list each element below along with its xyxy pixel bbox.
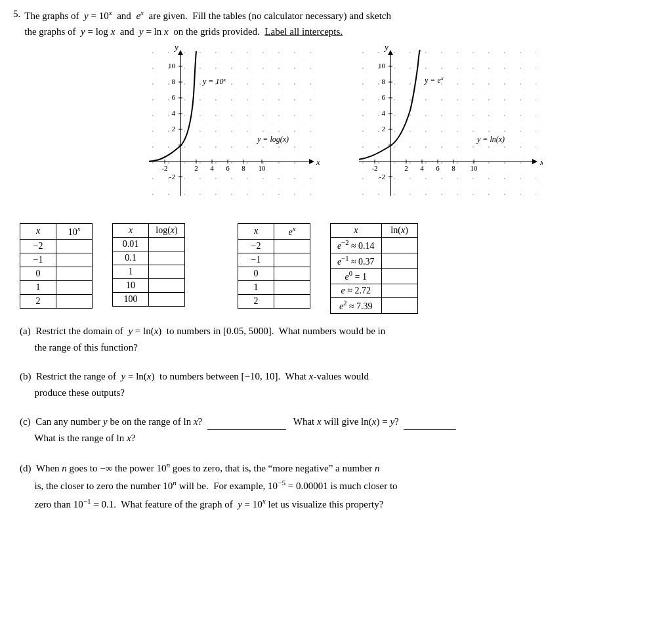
problem-header: 5. The graphs of y = 10x and ex are give…: [13, 7, 659, 39]
table2-col2-header: log(x): [149, 224, 185, 238]
table-row: 0: [238, 267, 310, 280]
svg-text:10: 10: [378, 62, 386, 70]
table-row: 0: [20, 267, 93, 280]
table-row: 2: [20, 294, 93, 308]
problem-number: 5.: [13, 7, 20, 39]
svg-text:6: 6: [436, 164, 440, 172]
table-row: e0 = 1: [331, 269, 418, 284]
table-row: −1: [20, 253, 93, 267]
svg-text:4: 4: [210, 164, 214, 172]
svg-text:-2: -2: [371, 164, 377, 172]
svg-rect-32: [359, 51, 536, 196]
table-lnx: x ln(x) e−2 ≈ 0.14 e−1 ≈ 0.37 e0 = 1: [330, 223, 418, 314]
table2-col1-header: x: [113, 224, 149, 238]
svg-text:6: 6: [172, 93, 176, 101]
svg-text:8: 8: [452, 164, 455, 172]
svg-text:4: 4: [420, 164, 424, 172]
svg-text:10: 10: [259, 164, 266, 172]
part-b-text: (b) Restrict the range of y = ln(x) to n…: [20, 371, 369, 399]
table1-col2-header: 10x: [56, 224, 93, 240]
table-row: 1: [20, 280, 93, 294]
table4-col2-header: ln(x): [381, 224, 417, 238]
table-row: 100: [113, 293, 185, 307]
graph2-y-label: y: [383, 45, 388, 52]
table-row: 2: [238, 294, 310, 308]
svg-text:10: 10: [471, 164, 478, 172]
svg-text:4: 4: [382, 109, 386, 117]
svg-text:6: 6: [382, 93, 386, 101]
table1-col1-header: x: [20, 224, 56, 240]
graph1-y-arrow-label: y: [173, 45, 178, 52]
table-row: 1: [238, 280, 310, 294]
table-row: 10: [113, 279, 185, 293]
svg-text:6: 6: [226, 164, 230, 172]
table4-col1-header: x: [331, 224, 382, 238]
tables-row: x 10x −2 −1 0 1: [13, 223, 659, 314]
table-row: −2: [238, 239, 310, 253]
table-row: e ≈ 2.72: [331, 284, 418, 297]
graph1-x-arrow-label: x: [316, 157, 320, 167]
graph1-container: y x 10 8 6 4 2 -2 2 4 6 8 10: [129, 45, 320, 215]
part-c: (c) Can any number y be on the range of …: [20, 414, 659, 447]
graph2-svg: y x 10 8 6 4 2 -2 2 4 6 8 10 -2: [339, 45, 543, 215]
svg-text:8: 8: [242, 164, 245, 172]
part-c-text: (c) Can any number y be on the range of …: [20, 416, 456, 444]
table-row: −2: [20, 239, 93, 253]
graph2-ln-label: y = ln(x): [476, 135, 505, 144]
part-b: (b) Restrict the range of y = ln(x) to n…: [20, 368, 659, 402]
part-d: (d) When n goes to −∞ the power 10n goes…: [20, 459, 659, 513]
table-ex: x ex −2 −1 0 1: [238, 223, 310, 309]
table-row: e−2 ≈ 0.14: [331, 238, 418, 253]
table-row: 0.01: [113, 238, 185, 251]
svg-text:-2: -2: [169, 173, 175, 181]
graph1-log-label: y = log(x): [257, 135, 289, 144]
table-row: e2 ≈ 7.39: [331, 297, 418, 313]
part-a: (a) Restrict the domain of y = ln(x) to …: [20, 323, 659, 357]
part-d-text: (d) When n goes to −∞ the power 10n goes…: [20, 463, 398, 510]
svg-text:-2: -2: [161, 164, 167, 172]
svg-text:2: 2: [382, 125, 386, 133]
header-text: The graphs of y = 10x and ex are given. …: [24, 7, 391, 39]
graph2-x-label: x: [539, 157, 543, 167]
parts-section: (a) Restrict the domain of y = ln(x) to …: [13, 323, 659, 513]
table3-col2-header: ex: [274, 224, 310, 240]
table-row: 1: [113, 265, 185, 279]
svg-text:2: 2: [172, 125, 176, 133]
svg-text:8: 8: [172, 77, 176, 85]
graph1-svg: y x 10 8 6 4 2 -2 2 4 6 8 10: [129, 45, 320, 215]
table3-col1-header: x: [238, 224, 274, 240]
svg-text:2: 2: [194, 164, 198, 172]
graphs-row: y x 10 8 6 4 2 -2 2 4 6 8 10: [13, 45, 659, 215]
svg-text:4: 4: [172, 109, 176, 117]
table-pair-left: x 10x −2 −1 0 1: [20, 223, 185, 314]
graph1-curve-label: y = 10x: [202, 76, 226, 86]
table-row: e−1 ≈ 0.37: [331, 253, 418, 269]
graph2-container: y x 10 8 6 4 2 -2 2 4 6 8 10 -2: [339, 45, 543, 215]
svg-text:10: 10: [168, 62, 176, 70]
svg-text:2: 2: [404, 164, 408, 172]
graph2-curve-label: y = ex: [424, 75, 444, 85]
svg-text:-2: -2: [379, 173, 385, 181]
table-logx: x log(x) 0.01 0.1 1 10: [112, 223, 185, 307]
part-a-text: (a) Restrict the domain of y = ln(x) to …: [20, 326, 385, 353]
table-row: −1: [238, 253, 310, 267]
svg-text:8: 8: [382, 77, 386, 85]
table-pair-right: x ex −2 −1 0 1: [238, 223, 418, 314]
table-row: 0.1: [113, 251, 185, 265]
table-10x: x 10x −2 −1 0 1: [20, 223, 93, 309]
